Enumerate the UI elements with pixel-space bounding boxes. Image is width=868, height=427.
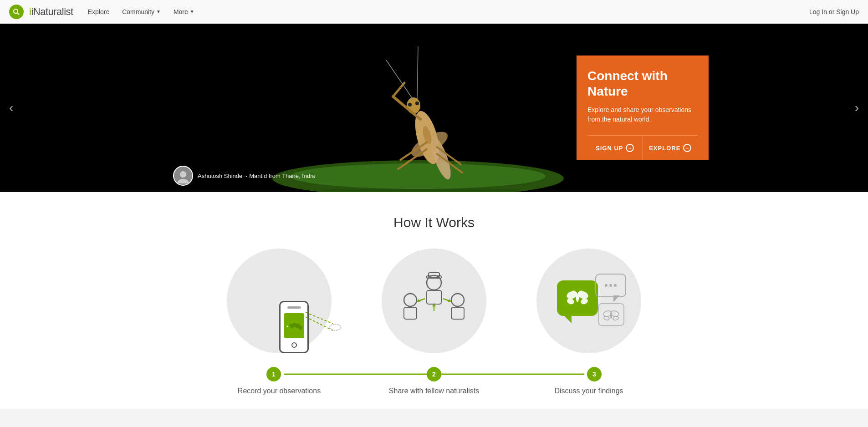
svg-line-29 bbox=[306, 317, 333, 330]
step-numbers: 1 2 3 bbox=[266, 367, 602, 381]
explore-cta-button[interactable]: EXPLORE → bbox=[643, 136, 698, 160]
credit-separator: ~ bbox=[244, 173, 249, 179]
how-it-works-section: How It Works bbox=[0, 192, 868, 409]
steps-progress-bar: 1 2 3 bbox=[9, 367, 859, 381]
svg-rect-38 bbox=[451, 307, 464, 319]
step-dot-2: 2 bbox=[427, 367, 441, 381]
step-1-icon bbox=[202, 249, 357, 353]
scan-lines-icon bbox=[306, 305, 342, 342]
speech-bubble-small bbox=[598, 303, 624, 326]
speech-bubble-green bbox=[557, 280, 598, 316]
hero-title: Connect with Nature bbox=[587, 68, 698, 99]
auth-separator: or bbox=[827, 8, 836, 15]
svg-point-49 bbox=[576, 294, 579, 302]
svg-line-1 bbox=[17, 13, 19, 15]
svg-point-37 bbox=[451, 294, 464, 306]
step-dot-1: 1 bbox=[266, 367, 281, 381]
community-chevron-icon: ▼ bbox=[156, 9, 161, 14]
step-3-label: Discuss your findings bbox=[511, 387, 666, 395]
hero-cta-box: Connect with Nature Explore and share yo… bbox=[577, 56, 709, 160]
svg-rect-34 bbox=[427, 290, 441, 304]
hero-subtitle: Explore and share your observations from… bbox=[587, 105, 698, 124]
bubble-tail-green bbox=[563, 315, 572, 323]
photo-credit-text: Ashutosh Shinde ~ Mantid from Thane, Ind… bbox=[198, 173, 315, 179]
caterpillar-icon bbox=[286, 320, 302, 332]
step-dot-3: 3 bbox=[587, 367, 602, 381]
svg-point-20 bbox=[178, 179, 189, 183]
step-2-circle bbox=[382, 249, 486, 353]
svg-point-26 bbox=[286, 325, 291, 330]
login-link[interactable]: Log In bbox=[809, 8, 827, 15]
moth-icon bbox=[603, 308, 619, 321]
svg-line-28 bbox=[306, 312, 333, 324]
explore-link[interactable]: Explore bbox=[82, 5, 115, 19]
svg-point-48 bbox=[580, 298, 588, 305]
how-it-works-title: How It Works bbox=[9, 215, 859, 230]
auth-links: Log In or Sign Up bbox=[809, 8, 859, 15]
more-link[interactable]: More ▼ bbox=[168, 5, 200, 19]
hero-section: Connect with Nature Explore and share yo… bbox=[0, 24, 868, 192]
navigation: iiNaturalist Explore Community ▼ More ▼ … bbox=[0, 0, 868, 24]
step-3-icon bbox=[511, 249, 666, 353]
phone-home bbox=[291, 342, 297, 348]
speech-bubble-dots bbox=[595, 274, 626, 297]
phone-illustration bbox=[279, 301, 309, 353]
dot-1 bbox=[605, 284, 608, 287]
community-illustration bbox=[398, 269, 470, 333]
explore-arrow-icon: → bbox=[683, 144, 691, 152]
step-3-circle bbox=[536, 249, 641, 353]
svg-point-3 bbox=[291, 163, 546, 189]
step-labels-row: Record your observations Share with fell… bbox=[9, 387, 859, 409]
svg-point-55 bbox=[613, 316, 619, 321]
dots-row bbox=[605, 284, 617, 287]
bubble-tail-dots bbox=[613, 295, 620, 302]
more-chevron-icon: ▼ bbox=[190, 9, 194, 14]
butterfly-icon bbox=[566, 289, 589, 308]
hero-next-button[interactable]: › bbox=[850, 96, 863, 120]
svg-line-9 bbox=[393, 83, 404, 97]
photographer-avatar bbox=[173, 166, 193, 186]
step-2-label: Share with fellow naturalists bbox=[357, 387, 511, 395]
signup-arrow-icon: → bbox=[626, 144, 634, 152]
logo-link[interactable]: iiNaturalist bbox=[29, 6, 73, 18]
search-button[interactable] bbox=[9, 5, 24, 19]
hero-prev-button[interactable]: ‹ bbox=[5, 96, 18, 120]
svg-line-15 bbox=[417, 46, 418, 99]
step-1-circle bbox=[227, 249, 332, 353]
step-2-icon bbox=[357, 249, 511, 353]
hero-buttons: SIGN UP → EXPLORE → bbox=[587, 135, 698, 160]
hero-background: Connect with Nature Explore and share yo… bbox=[0, 24, 868, 192]
discuss-illustration bbox=[548, 269, 630, 333]
community-link[interactable]: Community ▼ bbox=[117, 5, 166, 19]
signup-link[interactable]: Sign Up bbox=[836, 8, 859, 15]
steps-icons-row bbox=[9, 249, 859, 353]
svg-point-47 bbox=[566, 298, 575, 305]
svg-rect-36 bbox=[404, 307, 417, 319]
nav-links: Explore Community ▼ More ▼ bbox=[82, 5, 809, 19]
svg-point-54 bbox=[603, 316, 610, 321]
step-1-label: Record your observations bbox=[202, 387, 357, 395]
svg-line-14 bbox=[386, 60, 414, 100]
signup-cta-button[interactable]: SIGN UP → bbox=[587, 136, 643, 160]
svg-point-56 bbox=[610, 312, 612, 319]
phone-screen bbox=[284, 313, 304, 338]
photo-credit: Ashutosh Shinde ~ Mantid from Thane, Ind… bbox=[173, 166, 315, 186]
svg-point-16 bbox=[408, 103, 412, 107]
svg-point-19 bbox=[180, 171, 186, 178]
svg-point-0 bbox=[14, 9, 18, 13]
svg-point-27 bbox=[286, 325, 288, 327]
dot-3 bbox=[614, 284, 617, 287]
svg-point-35 bbox=[404, 294, 417, 306]
svg-point-17 bbox=[415, 102, 419, 105]
phone-speaker bbox=[287, 306, 301, 309]
logo-text: iiNaturalist bbox=[29, 6, 73, 18]
dot-2 bbox=[609, 284, 612, 287]
